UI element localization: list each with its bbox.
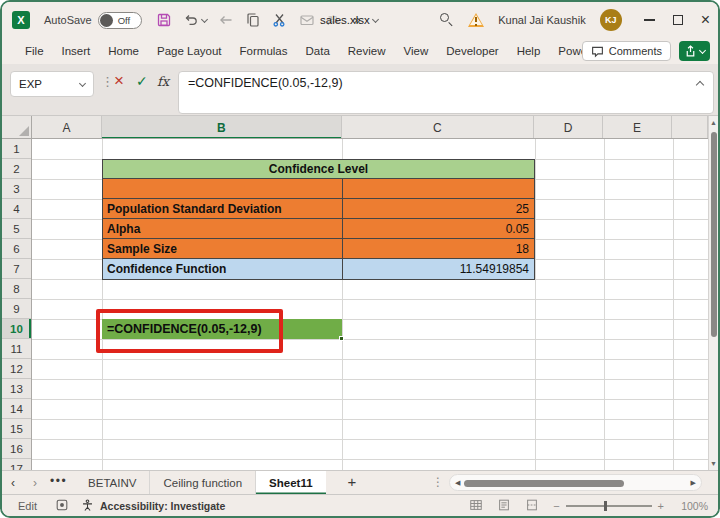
row-label[interactable]: Alpha xyxy=(103,219,343,238)
fill-handle[interactable] xyxy=(339,336,344,341)
scroll-down-icon[interactable]: ▼ xyxy=(709,460,718,467)
formula-input[interactable]: =CONFIDENCE(0.05,-12,9) xyxy=(178,71,714,114)
cut-icon[interactable] xyxy=(272,12,288,28)
table-title-cell[interactable]: Confidence Level xyxy=(103,160,534,179)
enter-entry-button[interactable]: ✓ xyxy=(136,73,148,89)
insert-function-button[interactable]: fx xyxy=(157,74,169,89)
autosave-toggle[interactable]: Off xyxy=(98,12,142,29)
user-name[interactable]: Kunal Jai Kaushik xyxy=(498,14,585,26)
tab-developer[interactable]: Developer xyxy=(437,38,507,64)
row-header-8[interactable]: 8 xyxy=(2,279,31,299)
zoom-in-icon[interactable]: + xyxy=(658,500,664,512)
scroll-right-icon[interactable]: ▶ xyxy=(686,479,701,487)
row-value[interactable]: 18 xyxy=(343,239,534,258)
prev-sheet-button[interactable]: ‹ xyxy=(2,476,24,490)
column-header-B[interactable]: B xyxy=(102,116,342,139)
close-button[interactable]: × xyxy=(701,12,710,28)
row-value[interactable]: 11.54919854 xyxy=(343,259,534,279)
row-header-1[interactable]: 1 xyxy=(2,139,31,159)
tab-bar-grip[interactable]: ⋮ xyxy=(432,475,444,489)
row-header-7[interactable]: 7 xyxy=(2,259,31,279)
table-row[interactable]: Sample Size 18 xyxy=(103,239,534,259)
zoom-out-icon[interactable]: − xyxy=(553,500,559,512)
zoom-slider[interactable]: − + xyxy=(553,500,664,512)
row-header-15[interactable]: 15 xyxy=(2,419,31,439)
row-header-9[interactable]: 9 xyxy=(2,299,31,319)
column-header-partial[interactable] xyxy=(672,116,708,139)
document-title[interactable]: sales.xlsx xyxy=(320,2,378,38)
tab-formulas[interactable]: Formulas xyxy=(231,38,297,64)
sheet-tab-betainv[interactable]: BETAINV xyxy=(75,471,150,495)
warning-icon[interactable] xyxy=(468,13,484,27)
formula-bar-grip[interactable]: ⋮ xyxy=(101,74,114,89)
search-icon[interactable] xyxy=(440,13,454,27)
vertical-scrollbar[interactable]: ▲ ▼ xyxy=(708,116,718,470)
row-label[interactable]: Sample Size xyxy=(103,239,343,258)
row-header-10[interactable]: 10 xyxy=(2,319,31,339)
row-header-6[interactable]: 6 xyxy=(2,239,31,259)
scroll-up-icon[interactable]: ▲ xyxy=(709,119,718,126)
next-sheet-button[interactable]: › xyxy=(24,476,46,490)
tab-file[interactable]: File xyxy=(16,38,53,64)
cancel-entry-button[interactable]: × xyxy=(114,71,124,91)
column-header-D[interactable]: D xyxy=(534,116,603,139)
column-header-A[interactable]: A xyxy=(32,116,102,139)
user-avatar[interactable]: KJ xyxy=(600,9,622,31)
row-header-5[interactable]: 5 xyxy=(2,219,31,239)
row-header-16[interactable]: 16 xyxy=(2,439,31,459)
page-break-view-icon[interactable] xyxy=(525,498,539,514)
macro-record-icon[interactable] xyxy=(55,498,69,514)
column-header-E[interactable]: E xyxy=(603,116,672,139)
zoom-level[interactable]: 100% xyxy=(678,500,708,512)
tab-view[interactable]: View xyxy=(395,38,438,64)
undo-button[interactable] xyxy=(183,12,207,28)
row-value[interactable]: 0.05 xyxy=(343,219,534,238)
zoom-slider-thumb[interactable] xyxy=(604,501,607,511)
table-row[interactable]: Confidence Function 11.54919854 xyxy=(103,259,534,279)
sheet-tab-sheet11[interactable]: Sheet11 xyxy=(256,471,325,495)
tab-data[interactable]: Data xyxy=(297,38,339,64)
row-value[interactable]: 25 xyxy=(343,199,534,218)
row-header-3[interactable]: 3 xyxy=(2,179,31,199)
row-header-14[interactable]: 14 xyxy=(2,399,31,419)
more-sheets-button[interactable]: ••• xyxy=(46,474,75,492)
row-header-2[interactable]: 2 xyxy=(2,159,31,179)
row-header-11[interactable]: 11 xyxy=(2,339,31,359)
name-box[interactable]: EXP xyxy=(10,71,94,97)
row-header-13[interactable]: 13 xyxy=(2,379,31,399)
row-label[interactable]: Confidence Function xyxy=(103,259,343,279)
copy-icon[interactable] xyxy=(245,12,261,28)
tab-review[interactable]: Review xyxy=(339,38,395,64)
mail-icon[interactable] xyxy=(299,12,315,28)
excel-app-icon[interactable]: X xyxy=(12,11,30,29)
table-spacer-row[interactable] xyxy=(103,179,534,199)
collapse-formula-bar-icon[interactable] xyxy=(696,81,704,89)
row-header-4[interactable]: 4 xyxy=(2,199,31,219)
save-icon[interactable] xyxy=(156,12,172,28)
column-header-C[interactable]: C xyxy=(342,116,535,139)
tab-insert[interactable]: Insert xyxy=(53,38,100,64)
horizontal-scroll-thumb[interactable] xyxy=(464,480,624,487)
tab-help[interactable]: Help xyxy=(508,38,550,64)
select-all-corner[interactable] xyxy=(2,116,32,139)
tab-home[interactable]: Home xyxy=(99,38,148,64)
row-header-17[interactable]: 17 xyxy=(2,459,31,470)
active-cell-b10[interactable]: =CONFIDENCE(0.05,-12,9) xyxy=(102,319,342,339)
row-label[interactable]: Population Standard Deviation xyxy=(103,199,343,218)
table-row[interactable]: Population Standard Deviation 25 xyxy=(103,199,534,219)
comments-button[interactable]: Comments xyxy=(582,41,671,61)
normal-view-icon[interactable] xyxy=(469,498,483,514)
tab-page-layout[interactable]: Page Layout xyxy=(148,38,231,64)
back-arrow-icon[interactable] xyxy=(218,12,234,28)
sheet-cells-area[interactable]: Confidence Level Population Standard Dev… xyxy=(32,139,708,470)
accessibility-status[interactable]: Accessibility: Investigate xyxy=(81,499,225,512)
page-layout-view-icon[interactable] xyxy=(497,498,511,514)
row-header-12[interactable]: 12 xyxy=(2,359,31,379)
new-sheet-button[interactable]: + xyxy=(326,473,371,492)
minimize-button[interactable] xyxy=(644,19,655,21)
share-button[interactable] xyxy=(679,41,710,61)
horizontal-scrollbar[interactable]: ◀ ▶ xyxy=(449,474,702,491)
maximize-button[interactable] xyxy=(673,15,683,25)
sheet-tab-ceiling-function[interactable]: Ceiling function xyxy=(150,471,256,495)
vertical-scroll-thumb[interactable] xyxy=(711,132,717,337)
